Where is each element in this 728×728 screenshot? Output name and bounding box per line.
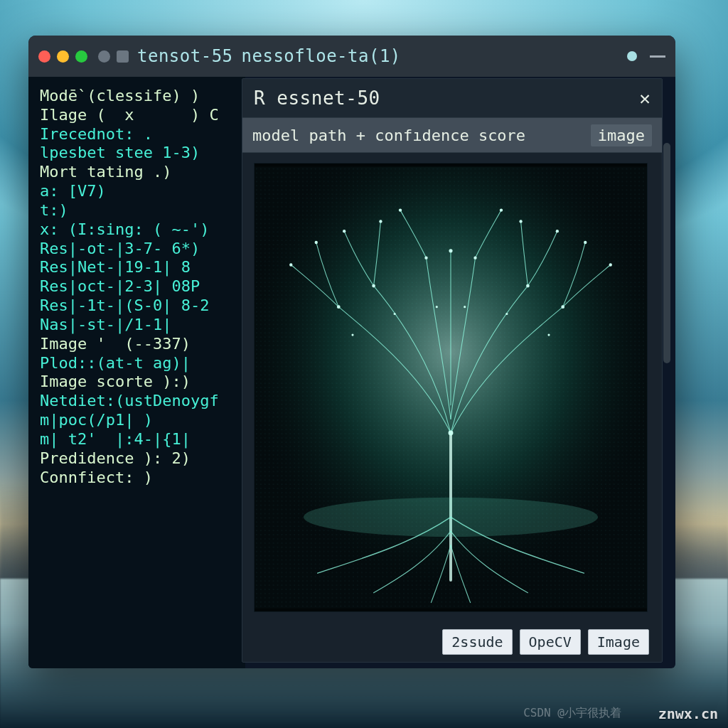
window-controls <box>38 50 129 63</box>
term-line: Modḕ (clessife) ) <box>40 87 237 106</box>
term-line: lpesbet stee 1-3) <box>40 144 237 163</box>
scrollbar[interactable] <box>663 143 670 363</box>
term-line: Res|Net-|19-1| 8 <box>40 258 237 277</box>
term-line: Res|-1t-|(S-0| 8-2 <box>40 296 237 316</box>
svg-point-11 <box>449 249 452 252</box>
svg-point-9 <box>399 208 402 211</box>
foot-button-3[interactable]: Image <box>588 629 649 655</box>
term-line: Nas|-st-|/1-1| <box>40 316 237 335</box>
terminal-output[interactable]: Modḕ (clessife) ) Ilage ( x ) C Irecedno… <box>28 77 245 668</box>
zoom-icon[interactable] <box>75 50 87 63</box>
term-line: Image scorte ):) <box>40 373 237 392</box>
term-line: Mort tating .) <box>40 163 237 182</box>
term-line: Predidence ): 2) <box>40 449 237 469</box>
svg-point-10 <box>424 256 427 259</box>
panel-title: R essnet-50 <box>254 87 380 109</box>
term-line: Connfiect: ) <box>40 469 237 488</box>
svg-point-8 <box>379 220 382 223</box>
svg-point-6 <box>315 241 318 244</box>
window-title-left: tensot-55 <box>137 46 233 66</box>
term-line: Netdiet:(ustDenoygf <box>40 392 237 411</box>
tree-icon <box>255 164 647 611</box>
svg-point-20 <box>526 284 530 288</box>
preview-image <box>254 163 648 612</box>
foot-button-1[interactable]: 2ssude <box>442 629 512 655</box>
panel-sub-label: model path + confıdence score <box>252 127 581 144</box>
panel-header: R essnet-50 ✕ <box>242 79 662 117</box>
term-line: t:) <box>40 201 237 220</box>
titlebar-right <box>627 51 665 61</box>
term-line: Res|oct-|2-3| 08P <box>40 277 237 296</box>
watermark-znwx: znwx.cn <box>658 705 718 722</box>
status-dot-icon <box>627 51 637 61</box>
extra-square-icon <box>117 50 129 63</box>
foot-button-2[interactable]: OpeCV <box>520 629 581 655</box>
svg-point-25 <box>505 313 508 315</box>
term-line: a: [V7) <box>40 182 237 201</box>
svg-point-15 <box>556 230 559 232</box>
svg-point-18 <box>337 305 341 309</box>
term-line: Irecednot: . <box>40 125 237 144</box>
term-line: m|poc(/p1| ) <box>40 411 237 430</box>
window-body: Modḕ (clessife) ) Ilage ( x ) C Irecedno… <box>28 77 675 668</box>
term-line: Ilage ( x ) C <box>40 106 237 125</box>
window-title-right: nessofloe-ta(1) <box>242 46 401 66</box>
minimize-dash-icon[interactable] <box>650 55 665 58</box>
svg-point-14 <box>519 220 522 223</box>
desktop: tensot-55 nessofloe-ta(1) Modḕ (clessife… <box>0 0 728 728</box>
svg-point-21 <box>561 305 564 309</box>
terminal-window: tensot-55 nessofloe-ta(1) Modḕ (clessife… <box>28 36 675 668</box>
svg-point-7 <box>343 230 346 232</box>
term-line: Plod::(at-t ag)| <box>40 354 237 373</box>
image-preview-panel: R essnet-50 ✕ model path + confıdence sc… <box>242 78 663 663</box>
svg-point-17 <box>609 263 612 266</box>
panel-footer: 2ssude OpeCV Image <box>242 629 662 655</box>
svg-point-27 <box>436 306 438 308</box>
svg-point-16 <box>584 241 587 244</box>
svg-point-5 <box>289 263 292 266</box>
term-line: m| t2' |:4-|{1| <box>40 430 237 449</box>
svg-point-12 <box>473 256 476 259</box>
svg-point-4 <box>304 498 598 537</box>
panel-subheader: model path + confıdence score image <box>242 117 662 153</box>
titlebar[interactable]: tensot-55 nessofloe-ta(1) <box>28 36 675 77</box>
term-line: Res|-ot-|3-7- 6*) <box>40 240 237 259</box>
svg-point-19 <box>372 284 375 288</box>
svg-point-22 <box>449 431 454 436</box>
minimize-icon[interactable] <box>57 50 69 63</box>
term-line: x: (I:sing: ( ~-') <box>40 220 237 240</box>
close-icon[interactable]: ✕ <box>639 87 651 109</box>
close-icon[interactable] <box>38 50 50 63</box>
svg-point-23 <box>351 333 353 336</box>
watermark-csdn: CSDN @小宇很执着 <box>523 706 621 721</box>
svg-point-24 <box>394 313 396 315</box>
svg-point-28 <box>464 306 466 308</box>
extra-dot-icon <box>98 50 110 63</box>
image-tab-button[interactable]: image <box>591 124 652 146</box>
svg-point-26 <box>547 333 550 336</box>
svg-point-13 <box>500 208 503 211</box>
term-line: Image ' (--337) <box>40 335 237 354</box>
